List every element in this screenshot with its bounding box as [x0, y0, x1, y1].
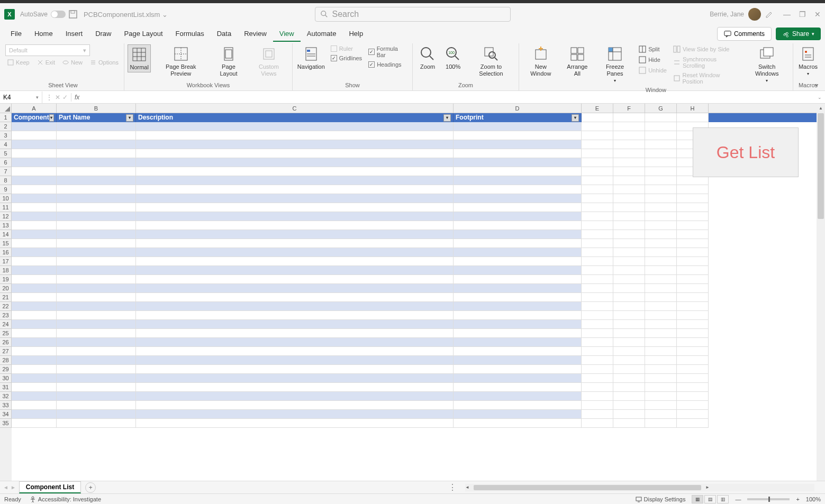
cell[interactable]	[677, 176, 709, 185]
cell[interactable]	[12, 149, 57, 158]
cell[interactable]	[454, 284, 582, 293]
cell[interactable]	[677, 248, 709, 257]
cell[interactable]	[613, 302, 645, 311]
row-header[interactable]: 30	[0, 374, 12, 383]
table-header-cell[interactable]: Footprint▾	[454, 113, 582, 122]
cell[interactable]	[57, 311, 136, 320]
zoom-in-button[interactable]: +	[796, 496, 799, 502]
cell[interactable]	[582, 302, 613, 311]
cell[interactable]	[454, 401, 582, 410]
row-header[interactable]: 3	[0, 131, 12, 140]
cell[interactable]	[613, 167, 645, 176]
cell[interactable]	[677, 284, 709, 293]
cell[interactable]	[454, 311, 582, 320]
cell[interactable]	[136, 194, 454, 203]
cell[interactable]	[136, 176, 454, 185]
table-header-cell[interactable]: Description▾	[136, 113, 454, 122]
cell[interactable]	[613, 185, 645, 194]
cell[interactable]	[12, 284, 57, 293]
cell[interactable]	[57, 347, 136, 356]
cell[interactable]	[645, 266, 677, 275]
ribbon-tab-automate[interactable]: Automate	[301, 26, 343, 42]
cell[interactable]	[645, 365, 677, 374]
column-header-D[interactable]: D	[454, 104, 582, 113]
cell[interactable]	[136, 329, 454, 338]
table-header-cell[interactable]: Component▾	[12, 113, 57, 122]
cell[interactable]	[677, 374, 709, 383]
cell[interactable]	[613, 257, 645, 266]
cell[interactable]	[57, 320, 136, 329]
cell[interactable]	[645, 338, 677, 347]
cell[interactable]	[136, 419, 454, 428]
cell[interactable]	[454, 338, 582, 347]
cell[interactable]	[645, 383, 677, 392]
cell[interactable]	[645, 347, 677, 356]
get-list-button[interactable]: Get List	[693, 127, 799, 177]
split-button[interactable]: Split	[637, 44, 669, 54]
cell[interactable]	[12, 275, 57, 284]
row-header[interactable]: 6	[0, 158, 12, 167]
cell[interactable]	[454, 383, 582, 392]
cell[interactable]	[645, 212, 677, 221]
minimize-button[interactable]: —	[783, 10, 791, 19]
row-header[interactable]: 9	[0, 185, 12, 194]
cell[interactable]	[613, 356, 645, 365]
cell[interactable]	[136, 410, 454, 419]
cell[interactable]	[677, 356, 709, 365]
cell[interactable]	[454, 329, 582, 338]
cell[interactable]	[454, 320, 582, 329]
new-window-button[interactable]: New Window	[522, 44, 559, 78]
normal-view-btn[interactable]: ▦	[692, 495, 703, 503]
cell[interactable]	[613, 392, 645, 401]
zoom-out-button[interactable]: —	[735, 496, 741, 502]
cell[interactable]	[12, 302, 57, 311]
column-header-G[interactable]: G	[645, 104, 677, 113]
cell[interactable]	[582, 374, 613, 383]
filter-dropdown-icon[interactable]: ▾	[126, 114, 133, 122]
cell[interactable]	[582, 410, 613, 419]
cell[interactable]	[613, 203, 645, 212]
cell[interactable]	[582, 158, 613, 167]
cell[interactable]	[454, 149, 582, 158]
cell[interactable]	[645, 194, 677, 203]
formula-bar-checkbox[interactable]: Formula Bar	[366, 44, 409, 59]
cell[interactable]	[12, 248, 57, 257]
cell[interactable]	[677, 320, 709, 329]
sheet-tab-component-list[interactable]: Component List	[19, 481, 81, 493]
cell[interactable]	[645, 293, 677, 302]
cell[interactable]	[12, 167, 57, 176]
cell[interactable]	[645, 131, 677, 140]
cell[interactable]	[645, 374, 677, 383]
cell[interactable]	[57, 167, 136, 176]
cell[interactable]	[12, 194, 57, 203]
cell[interactable]	[136, 275, 454, 284]
cell[interactable]	[12, 185, 57, 194]
cell[interactable]	[136, 131, 454, 140]
cell[interactable]	[136, 284, 454, 293]
display-settings-button[interactable]: Display Settings	[636, 496, 686, 502]
cell[interactable]	[613, 419, 645, 428]
cell[interactable]	[613, 293, 645, 302]
zoom-button[interactable]: Zoom	[416, 44, 439, 71]
cell[interactable]	[12, 338, 57, 347]
cell[interactable]	[645, 230, 677, 239]
cell[interactable]	[454, 275, 582, 284]
cell[interactable]	[12, 311, 57, 320]
cell[interactable]	[582, 194, 613, 203]
maximize-button[interactable]: ❐	[799, 10, 806, 19]
cell[interactable]	[12, 230, 57, 239]
cell[interactable]	[645, 239, 677, 248]
cell[interactable]	[454, 347, 582, 356]
cell[interactable]	[136, 311, 454, 320]
filename[interactable]: PCBComponentList.xlsm ⌄	[84, 11, 168, 19]
row-header[interactable]: 35	[0, 419, 12, 428]
cell[interactable]	[136, 167, 454, 176]
cell[interactable]	[454, 392, 582, 401]
cell[interactable]	[645, 122, 677, 131]
cell[interactable]	[454, 266, 582, 275]
cell[interactable]	[582, 266, 613, 275]
ribbon-tab-draw[interactable]: Draw	[89, 26, 117, 42]
cell[interactable]	[12, 140, 57, 149]
cell[interactable]	[582, 338, 613, 347]
cell[interactable]	[613, 311, 645, 320]
